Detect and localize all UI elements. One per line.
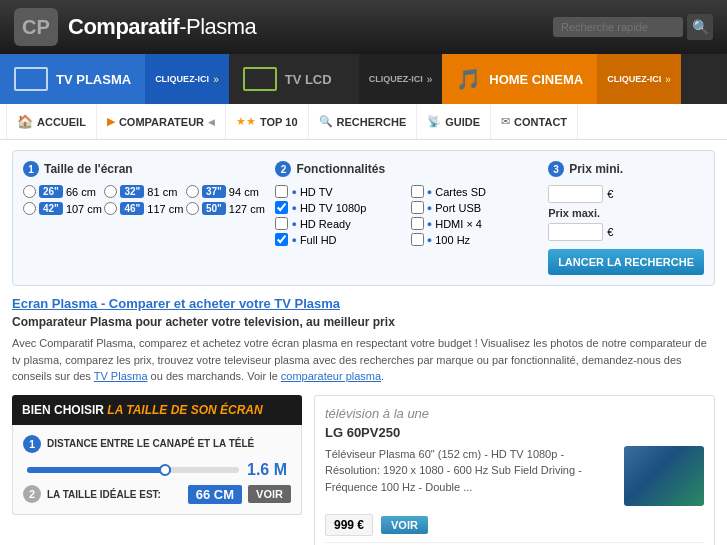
- features-grid: ● HD TV ● Cartes SD ● HD TV 1080p ● Port…: [275, 185, 538, 246]
- size-section-title: 1 Taille de l'écran: [23, 161, 265, 177]
- feature-hdtv[interactable]: ● HD TV: [275, 185, 402, 198]
- slider-row: 1.6 M: [23, 461, 291, 479]
- bottom-cols: BIEN CHOISIR LA TAILLE DE SON ÉCRAN 1 DI…: [12, 395, 715, 546]
- size-42[interactable]: 42" 107 cm: [23, 202, 102, 215]
- size-26[interactable]: 26" 66 cm: [23, 185, 102, 198]
- tab-hc-btn[interactable]: CLIQUEZ-ICI »: [597, 54, 681, 104]
- slider-thumb[interactable]: [159, 464, 171, 476]
- nav-accueil[interactable]: 🏠 ACCUEIL: [6, 104, 97, 139]
- tv-product-title: LG 60PV250: [325, 425, 704, 440]
- tab-plasma-label: TV PLASMA: [56, 72, 131, 87]
- nav-recherche[interactable]: 🔍 RECHERCHE: [309, 104, 418, 139]
- price-max-input[interactable]: [548, 223, 603, 241]
- feature-hdready[interactable]: ● HD Ready: [275, 217, 402, 230]
- tv-product-body: Téléviseur Plasma 60" (152 cm) - HD TV 1…: [325, 446, 704, 506]
- price-section: 3 Prix mini. € Prix maxi. € LANCER LA RE…: [548, 161, 704, 275]
- nav-accueil-label: ACCUEIL: [37, 116, 86, 128]
- tv-price: 999 €: [325, 514, 373, 536]
- search-form: 1 Taille de l'écran 26" 66 cm 32" 81 cm …: [12, 150, 715, 286]
- page-title[interactable]: Ecran Plasma - Comparer et acheter votre…: [12, 296, 715, 311]
- price-max-input-row: €: [548, 223, 704, 241]
- plasma-tv-icon: [14, 67, 48, 91]
- main-nav: 🏠 ACCUEIL ▶ COMPARATEUR ◀ ★★ TOP 10 🔍 RE…: [0, 104, 727, 140]
- size-title-text: Taille de l'écran: [44, 162, 133, 176]
- feature-fullhd[interactable]: ● Full HD: [275, 233, 402, 246]
- right-widget-wrap: télévision à la une LG 60PV250 Téléviseu…: [314, 395, 715, 546]
- nav-contact[interactable]: ✉ CONTACT: [491, 104, 578, 139]
- size-32[interactable]: 32" 81 cm: [104, 185, 183, 198]
- hc-icon: 🎵: [456, 67, 481, 91]
- search-button[interactable]: 🔍: [687, 14, 713, 40]
- size-section: 1 Taille de l'écran 26" 66 cm 32" 81 cm …: [23, 161, 265, 215]
- tab-plasma[interactable]: TV PLASMA: [0, 54, 145, 104]
- nav-top10-label: TOP 10: [260, 116, 298, 128]
- content-area: 1 Taille de l'écran 26" 66 cm 32" 81 cm …: [0, 140, 727, 545]
- nav-guide[interactable]: 📡 GUIDE: [417, 104, 491, 139]
- tv-price-row: 999 € VOIR: [325, 514, 704, 536]
- tv-product-desc: Téléviseur Plasma 60" (152 cm) - HD TV 1…: [325, 446, 614, 506]
- feature-hdmi4[interactable]: ● HDMI × 4: [411, 217, 538, 230]
- hc-btn-label: CLIQUEZ-ICI: [607, 74, 661, 84]
- step2-label: LA TAILLE IDÉALE EST:: [47, 489, 182, 500]
- tab-homecinema[interactable]: 🎵 HOME CINEMA: [442, 54, 597, 104]
- plasma-arrow: »: [213, 74, 219, 85]
- price-section-title: 3 Prix mini.: [548, 161, 704, 177]
- nav-comparateur-label: COMPARATEUR: [119, 116, 204, 128]
- guide-icon: 📡: [427, 115, 441, 128]
- step2-badge: 2: [23, 485, 41, 503]
- logo-suffix: -Plasma: [179, 14, 256, 39]
- logo-text: Comparatif-Plasma: [68, 14, 256, 40]
- lcd-btn-label: CLIQUEZ-ICI: [369, 74, 423, 84]
- distance-row: 1 DISTANCE ENTRE LE CANAPÉ ET LA TÉLÉ: [23, 435, 291, 453]
- tab-plasma-btn[interactable]: CLIQUEZ-ICI »: [145, 54, 229, 104]
- feature-cartesd[interactable]: ● Cartes SD: [411, 185, 538, 198]
- nav-comparateur[interactable]: ▶ COMPARATEUR ◀: [97, 104, 226, 139]
- search-submit-button[interactable]: LANCER LA RECHERCHE: [548, 249, 704, 275]
- tv-voir-button[interactable]: VOIR: [381, 516, 428, 534]
- page-desc: Avec Comparatif Plasma, comparez et ache…: [12, 335, 715, 385]
- feature-portusb[interactable]: ● Port USB: [411, 201, 538, 214]
- slider-fill: [27, 467, 171, 473]
- size-50[interactable]: 50" 127 cm: [186, 202, 265, 215]
- tv-product-image: [624, 446, 704, 506]
- features-section: 2 Fonctionnalités ● HD TV ● Cartes SD ● …: [275, 161, 538, 246]
- price-min-euro: €: [607, 188, 613, 200]
- size-46[interactable]: 46" 117 cm: [104, 202, 183, 215]
- tab-lcd-btn[interactable]: CLIQUEZ-ICI »: [359, 54, 443, 104]
- plasma-btn-label: CLIQUEZ-ICI: [155, 74, 209, 84]
- slider-track[interactable]: [27, 467, 239, 473]
- nav-top10[interactable]: ★★ TOP 10: [226, 104, 309, 139]
- ideal-value: 66 CM: [188, 485, 242, 504]
- features-section-title: 2 Fonctionnalités: [275, 161, 538, 177]
- price-max-row: Prix maxi.: [548, 207, 704, 219]
- tv-plasma-link[interactable]: TV Plasma: [94, 370, 148, 382]
- lcd-arrow: »: [427, 74, 433, 85]
- header: CP Comparatif-Plasma 🔍: [0, 0, 727, 54]
- tab-hc-label: HOME CINEMA: [489, 72, 583, 87]
- comparateur-chevron-icon: ◀: [208, 117, 215, 127]
- comparateur-link[interactable]: comparateur plasma: [281, 370, 381, 382]
- recherche-icon: 🔍: [319, 115, 333, 128]
- search-input[interactable]: [553, 17, 683, 37]
- ideal-voir-button[interactable]: VOIR: [248, 485, 291, 503]
- page-subtitle: Comparateur Plasma pour acheter votre te…: [12, 315, 715, 329]
- feature-100hz[interactable]: ● 100 Hz: [411, 233, 538, 246]
- logo-area: CP Comparatif-Plasma: [14, 8, 256, 46]
- tv-product-widget: télévision à la une LG 60PV250 Téléviseu…: [314, 395, 715, 546]
- size-grid: 26" 66 cm 32" 81 cm 37" 94 cm 42" 107 cm…: [23, 185, 265, 215]
- step1-badge: 1: [23, 435, 41, 453]
- tab-lcd-label: TV LCD: [285, 72, 332, 87]
- voir-all-row: Voir toutes les TV Plasma GO: [325, 542, 704, 546]
- price-min-input[interactable]: [548, 185, 603, 203]
- widget-title: BIEN CHOISIR LA TAILLE DE SON ÉCRAN: [12, 395, 302, 425]
- feature-hd1080p[interactable]: ● HD TV 1080p: [275, 201, 402, 214]
- size-num-badge: 1: [23, 161, 39, 177]
- tab-lcd[interactable]: TV LCD: [229, 54, 359, 104]
- tv-feature-title: télévision à la une: [325, 406, 704, 421]
- size-37[interactable]: 37" 94 cm: [186, 185, 265, 198]
- price-min-row: €: [548, 185, 704, 203]
- features-title-text: Fonctionnalités: [296, 162, 385, 176]
- features-num-badge: 2: [275, 161, 291, 177]
- nav-contact-label: CONTACT: [514, 116, 567, 128]
- step1-label: DISTANCE ENTRE LE CANAPÉ ET LA TÉLÉ: [47, 438, 291, 449]
